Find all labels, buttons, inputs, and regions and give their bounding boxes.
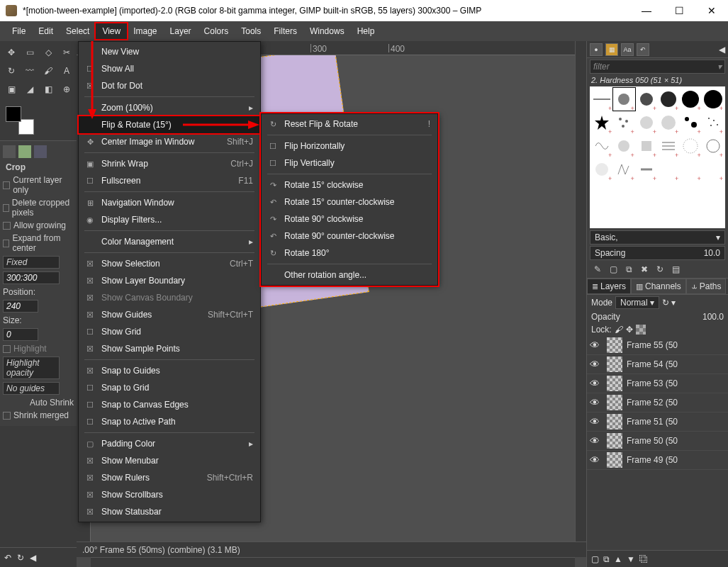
- history-tab-icon[interactable]: ↶: [637, 43, 649, 56]
- fg-bg-colors[interactable]: [6, 106, 34, 135]
- brush-item[interactable]: [613, 158, 634, 181]
- brush-item[interactable]: [680, 88, 701, 111]
- brush-spacing-field[interactable]: Spacing10.0: [590, 246, 725, 260]
- brush-item[interactable]: [591, 111, 612, 134]
- eraser-tool[interactable]: ◧: [40, 81, 57, 98]
- menu-show-menubar[interactable]: ☒Show Menubar: [79, 452, 260, 469]
- menu-fullscreen[interactable]: ☐FullscreenF11: [79, 172, 260, 189]
- lower-layer-icon[interactable]: ▼: [627, 554, 635, 564]
- menu-center-image[interactable]: ✥Center Image in WindowShift+J: [79, 133, 260, 150]
- current-layer-checkbox[interactable]: [3, 181, 10, 189]
- lock-alpha-icon[interactable]: [636, 325, 646, 335]
- delete-brush-icon[interactable]: ✖: [638, 264, 651, 275]
- brush-item[interactable]: [591, 135, 612, 157]
- menu-rotate-90-ccw[interactable]: ↶Rotate 90° counter-clockwise: [262, 228, 437, 245]
- size-input[interactable]: 0: [3, 328, 38, 341]
- menu-snap-guides[interactable]: ☒Snap to Guides: [79, 362, 260, 379]
- menu-shrink-wrap[interactable]: ▣Shrink WrapCtrl+J: [79, 155, 260, 172]
- layer-list[interactable]: 👁Frame 55 (50 👁Frame 54 (50 👁Frame 53 (5…: [587, 336, 728, 550]
- raise-layer-icon[interactable]: ▲: [614, 554, 622, 564]
- scrollbar-horizontal[interactable]: [91, 557, 575, 567]
- bucket-tool[interactable]: ▣: [3, 81, 20, 98]
- paths-tab[interactable]: ⥿Paths: [686, 279, 727, 294]
- menu-layer[interactable]: Layer: [164, 23, 198, 39]
- menu-file[interactable]: File: [6, 23, 32, 39]
- menu-image[interactable]: Image: [127, 23, 163, 39]
- minimize-button[interactable]: —: [630, 0, 663, 21]
- brush-item[interactable]: [636, 135, 657, 157]
- duplicate-layer-icon[interactable]: ⿻: [639, 554, 648, 564]
- brush-item[interactable]: [591, 88, 612, 111]
- brush-item[interactable]: [680, 158, 701, 181]
- maximize-button[interactable]: ☐: [663, 0, 695, 21]
- lock-pixels-icon[interactable]: 🖌: [615, 325, 623, 335]
- open-brush-icon[interactable]: ▤: [669, 264, 682, 275]
- menu-flip-rotate[interactable]: Flip & Rotate (15°)▸: [79, 116, 260, 133]
- paintbrush-tool[interactable]: 🖌: [40, 62, 57, 79]
- brush-item[interactable]: [680, 135, 701, 157]
- shrink-merged-checkbox[interactable]: [3, 412, 11, 420]
- menu-snap-canvas-edges[interactable]: ☐Snap to Canvas Edges: [79, 396, 260, 413]
- highlight-checkbox[interactable]: [3, 345, 11, 353]
- brush-item[interactable]: [658, 135, 679, 157]
- brush-item[interactable]: [613, 88, 634, 111]
- menu-show-guides[interactable]: ☒Show GuidesShift+Ctrl+T: [79, 306, 260, 323]
- free-select-tool[interactable]: ◇: [40, 44, 57, 61]
- mode-reset-icon[interactable]: ↻ ▾: [662, 298, 676, 308]
- brush-item[interactable]: [702, 111, 724, 134]
- menu-show-rulers[interactable]: ☒Show RulersShift+Ctrl+R: [79, 469, 260, 486]
- opacity-value[interactable]: 100.0: [702, 312, 724, 322]
- brush-item[interactable]: [636, 111, 657, 134]
- delete-cropped-checkbox[interactable]: [3, 204, 9, 212]
- clone-tool[interactable]: ⊕: [58, 81, 75, 98]
- brush-item[interactable]: [702, 88, 724, 111]
- rotate-tool[interactable]: ↻: [3, 62, 20, 79]
- layers-tab[interactable]: ≣Layers: [587, 279, 631, 294]
- layer-row[interactable]: 👁Frame 54 (50: [587, 355, 728, 374]
- brush-item[interactable]: [702, 135, 724, 157]
- menu-rotate-180[interactable]: ↻Rotate 180°: [262, 245, 437, 262]
- menu-view[interactable]: View: [96, 23, 127, 39]
- crop-tool[interactable]: ✂: [58, 44, 75, 61]
- position-input[interactable]: 240: [3, 300, 38, 313]
- menu-show-layer-boundary[interactable]: ☒Show Layer Boundary: [79, 272, 260, 289]
- menu-snap-grid[interactable]: ☐Snap to Grid: [79, 379, 260, 396]
- brush-item[interactable]: [680, 111, 701, 134]
- rect-select-tool[interactable]: ▭: [21, 44, 38, 61]
- brush-item[interactable]: [613, 111, 634, 134]
- edit-brush-icon[interactable]: ✎: [591, 264, 604, 275]
- menu-padding-color[interactable]: ▢Padding Color▸: [79, 435, 260, 452]
- menu-snap-active-path[interactable]: ☐Snap to Active Path: [79, 413, 260, 430]
- menu-help[interactable]: Help: [351, 23, 381, 39]
- auto-shrink-button[interactable]: Auto Shrink: [30, 398, 74, 408]
- menu-new-view[interactable]: New View: [79, 43, 260, 60]
- delete-icon[interactable]: ◀: [30, 553, 36, 563]
- menu-rotate-15-cw[interactable]: ↷Rotate 15° clockwise: [262, 176, 437, 193]
- reset-icon[interactable]: ↻: [17, 553, 24, 563]
- brush-filter[interactable]: filter▾: [590, 60, 725, 74]
- brushes-tab-icon[interactable]: ●: [590, 43, 603, 56]
- text-tool[interactable]: A: [58, 62, 75, 79]
- guides-dropdown[interactable]: No guides: [3, 382, 60, 395]
- menu-show-statusbar[interactable]: ☒Show Statusbar: [79, 503, 260, 520]
- brush-item[interactable]: [658, 88, 679, 111]
- new-layer-icon[interactable]: ▢: [591, 554, 599, 564]
- menu-edit[interactable]: Edit: [32, 23, 60, 39]
- layer-row[interactable]: 👁Frame 53 (50: [587, 374, 728, 393]
- patterns-tab-icon[interactable]: ▦: [605, 43, 618, 56]
- layer-row[interactable]: 👁Frame 51 (50: [587, 412, 728, 432]
- layer-group-icon[interactable]: ⧉: [603, 554, 610, 564]
- scrollbar-vertical[interactable]: [575, 41, 586, 541]
- duplicate-brush-icon[interactable]: ⧉: [622, 264, 635, 275]
- fonts-tab-icon[interactable]: Aa: [621, 43, 634, 56]
- visibility-icon[interactable]: 👁: [590, 378, 603, 389]
- move-tool[interactable]: ✥: [3, 44, 20, 61]
- menu-navigation-window[interactable]: ⊞Navigation Window: [79, 194, 260, 211]
- brush-item[interactable]: [658, 158, 679, 181]
- brush-item[interactable]: [613, 135, 634, 157]
- new-brush-icon[interactable]: ▢: [607, 264, 620, 275]
- menu-rotate-15-ccw[interactable]: ↶Rotate 15° counter-clockwise: [262, 193, 437, 210]
- menu-colors[interactable]: Colors: [198, 23, 235, 39]
- menu-show-sample-points[interactable]: ☒Show Sample Points: [79, 340, 260, 357]
- lock-position-icon[interactable]: ✥: [626, 325, 633, 335]
